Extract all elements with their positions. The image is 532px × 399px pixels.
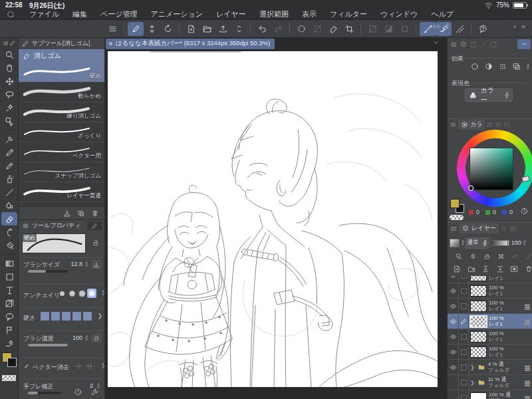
next-control[interactable]: ›: [511, 22, 519, 30]
layer-mask-icon[interactable]: [510, 265, 519, 273]
line-tool[interactable]: [0, 186, 19, 199]
color-set-tab-icon[interactable]: [495, 121, 502, 128]
menu-item[interactable]: フィルター: [323, 9, 374, 19]
effect-border-icon[interactable]: [512, 62, 521, 71]
panel-menu-icon[interactable]: [22, 222, 29, 229]
brush-density-value[interactable]: 100: [72, 334, 82, 341]
menu-item[interactable]: ヘルプ: [424, 9, 460, 19]
toolbar-deselect-button[interactable]: [309, 22, 325, 36]
effect-halftone-icon[interactable]: [484, 62, 493, 71]
blend-mode-dropdown[interactable]: 通常 ∧∨: [466, 237, 489, 249]
layer-visibility-cell[interactable]: [448, 276, 459, 283]
frame-tab-icon[interactable]: [489, 41, 497, 49]
layer-row[interactable]: 100 %レイ1▬▬▬: [448, 299, 532, 314]
move-tool[interactable]: [0, 74, 19, 88]
tool-strip-menu-icon[interactable]: [3, 40, 9, 47]
layer-visibility-cell[interactable]: [448, 344, 459, 359]
new-folder-icon[interactable]: [467, 265, 476, 273]
correct-line-tool[interactable]: [0, 336, 19, 350]
layer-menu-icon[interactable]: ▬▬▬: [525, 380, 531, 386]
layer-edit-cell[interactable]: [459, 390, 469, 399]
pencil-tool[interactable]: [0, 159, 19, 172]
navigator-tab-icon[interactable]: [509, 225, 517, 233]
color-slider-tab-icon[interactable]: [486, 121, 493, 128]
folder-expand-chevron-icon[interactable]: ❯: [470, 364, 475, 370]
toolbar-selection-invert-button[interactable]: [380, 22, 396, 36]
layer-row[interactable]: 100 %レイ1: [448, 276, 532, 283]
expression-color-dropdown[interactable]: カラー ∧∨: [465, 88, 513, 102]
subtool-item[interactable]: 軟らかめ: [19, 82, 104, 102]
balloon-tool[interactable]: [0, 310, 19, 323]
divider-handle[interactable]: ‖: [443, 22, 452, 30]
anti-alias-middle[interactable]: [77, 289, 86, 298]
menu-item[interactable]: 表示: [295, 9, 323, 19]
reference-layer-icon[interactable]: [469, 252, 477, 261]
subtool-edit-icon[interactable]: [22, 40, 29, 47]
layer-thumbnail[interactable]: [470, 285, 487, 297]
menu-item[interactable]: ウィンドウ: [374, 9, 424, 19]
layer-color-thumbnail[interactable]: [450, 239, 460, 247]
background-color-swatch[interactable]: [7, 358, 17, 367]
layer-property-tab-icon[interactable]: [460, 41, 467, 49]
layer-visibility-cell[interactable]: [448, 329, 459, 344]
toolbar-clear-selection-button[interactable]: [325, 22, 341, 36]
tab-list-chevron-icon[interactable]: [432, 39, 440, 47]
layer-edit-cell[interactable]: [459, 360, 469, 374]
layer-edit-cell[interactable]: [459, 299, 469, 313]
vector-erase-touch-icon[interactable]: [74, 362, 83, 370]
subtool-item[interactable]: 練り消しゴム: [19, 102, 104, 122]
layer-edit-cell[interactable]: [459, 329, 469, 344]
toolbar-new-canvas-button[interactable]: [183, 22, 199, 36]
wrench-settings-icon[interactable]: [90, 388, 99, 396]
layer-row[interactable]: 100 %レイ1: [448, 329, 532, 344]
delete-layer-icon[interactable]: [525, 265, 532, 273]
layer-thumbnail[interactable]: [470, 392, 487, 399]
layer-tab[interactable]: レイヤー: [459, 223, 499, 233]
delete-subtool-icon[interactable]: [91, 209, 99, 217]
brush-size-stepper[interactable]: ∧∨: [84, 261, 88, 267]
clip-to-layer-icon[interactable]: [456, 252, 463, 261]
transparent-color-swatch[interactable]: [2, 375, 16, 381]
layer-color-stepper[interactable]: ∧∨: [461, 240, 464, 245]
curve-tab-icon[interactable]: [479, 41, 487, 49]
layer-row[interactable]: 100 %レイ1: [448, 283, 532, 299]
panel-menu-icon[interactable]: [450, 41, 458, 49]
menu-item[interactable]: ページ管理: [94, 9, 144, 19]
flag-tool[interactable]: [0, 323, 19, 336]
toolbar-save-export-button[interactable]: [215, 22, 231, 36]
bucket-tool[interactable]: [0, 239, 19, 252]
layer-row[interactable]: ❯11 % 通フォルダ▬▬▬: [448, 375, 532, 390]
layer-menu-icon[interactable]: ▬▬▬: [525, 395, 531, 399]
expand-right-control[interactable]: »: [519, 22, 528, 30]
menu-item[interactable]: 編集: [66, 9, 94, 19]
frame-tool[interactable]: [0, 297, 19, 310]
anti-alias-strong[interactable]: [87, 289, 96, 298]
zoom-tool[interactable]: [0, 48, 19, 61]
canvas-artwork[interactable]: [108, 51, 438, 387]
brush-size-value[interactable]: 12.8: [70, 261, 82, 267]
airbrush-tool[interactable]: [0, 172, 19, 186]
effect-tone-icon[interactable]: [498, 62, 507, 71]
anti-alias-none[interactable]: [57, 289, 66, 298]
menu-item[interactable]: 選択範囲: [253, 9, 295, 19]
opacity-value[interactable]: 100: [511, 239, 521, 246]
layer-menu-icon[interactable]: ▬▬▬: [525, 364, 531, 370]
stabilization-slider[interactable]: [28, 392, 61, 394]
layer-edit-cell[interactable]: [459, 344, 469, 359]
brush-density-stepper[interactable]: ∧∨: [84, 335, 88, 340]
figure-tool[interactable]: [0, 270, 19, 283]
layer-row[interactable]: ❯4 % 通フォルダ▬▬▬: [448, 360, 532, 375]
toolbar-selection-border-button[interactable]: [396, 22, 412, 36]
layer-edit-cell[interactable]: [459, 283, 469, 298]
gradient-tool[interactable]: [0, 257, 19, 270]
subtool-item[interactable]: レイヤー貫通: [19, 182, 104, 202]
hardness-expand-chevron[interactable]: ❯: [97, 313, 102, 319]
menu-item[interactable]: ファイル: [23, 9, 66, 19]
lock-icon[interactable]: [92, 239, 100, 247]
vector-erase-stepper[interactable]: ∧∨: [101, 363, 104, 368]
add-subtool-icon[interactable]: [77, 209, 85, 217]
brush-density-slider[interactable]: [28, 344, 68, 346]
effect-stepper[interactable]: ∧∨: [526, 64, 529, 69]
layer-menu-icon[interactable]: ▬▬▬: [525, 303, 531, 309]
brush-detail-tab[interactable]: [87, 221, 102, 230]
